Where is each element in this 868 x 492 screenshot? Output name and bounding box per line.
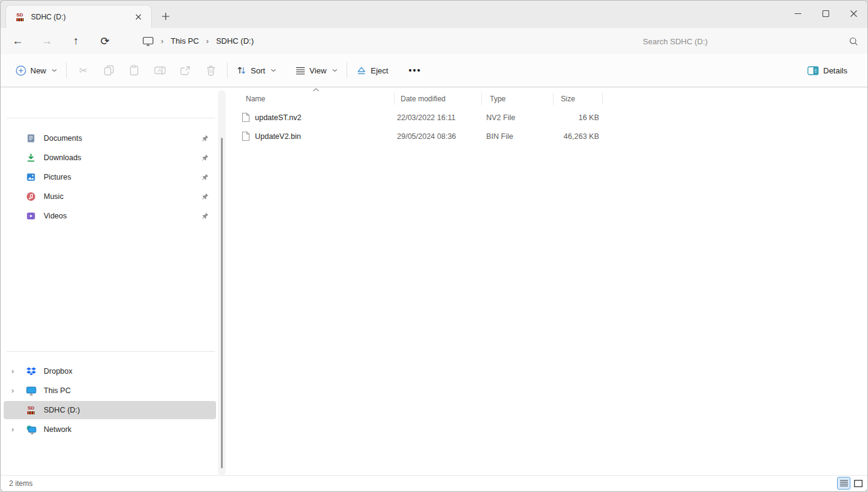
back-button[interactable]: ←	[7, 31, 29, 52]
plus-circle-icon	[16, 66, 26, 76]
details-pane-label: Details	[823, 66, 847, 75]
expand-chevron-icon[interactable]: ›	[4, 425, 22, 434]
chevron-down-icon	[332, 69, 337, 72]
search-icon[interactable]	[849, 37, 858, 46]
column-header-type[interactable]: Type	[486, 90, 550, 107]
copy-button[interactable]	[96, 59, 121, 81]
column-divider[interactable]	[394, 93, 395, 105]
trash-icon	[206, 66, 215, 76]
sidebar-item-label: This PC	[44, 386, 216, 395]
sort-arrows-icon	[237, 66, 246, 75]
sidebar-item-sdhc[interactable]: SD SDHC (D:)	[4, 401, 216, 419]
sidebar-item-label: Pictures	[44, 173, 202, 181]
new-button[interactable]: New	[10, 59, 63, 81]
expand-chevron-icon[interactable]: ›	[4, 367, 22, 376]
navigation-pane: Documents Downloads Pictures Music Video…	[1, 88, 226, 475]
minimize-button[interactable]	[784, 1, 812, 26]
file-row[interactable]: updateST.nv2 22/03/2022 16:11 NV2 File 1…	[236, 108, 858, 127]
new-tab-button[interactable]	[158, 9, 173, 24]
sidebar-item-downloads[interactable]: Downloads	[4, 149, 216, 167]
search-box[interactable]	[643, 32, 858, 51]
column-divider[interactable]	[481, 93, 482, 105]
tab-sdhc[interactable]: SD SDHC (D:)	[5, 5, 152, 28]
navigation-bar: ← → ↑ ⟳ › This PC › SDHC (D:)	[1, 28, 867, 54]
pin-icon	[202, 212, 209, 220]
chevron-down-icon	[52, 69, 57, 72]
sort-button[interactable]: Sort	[231, 59, 282, 81]
breadcrumb-current[interactable]: SDHC (D:)	[211, 34, 259, 48]
pin-icon	[202, 154, 209, 161]
file-date-modified: 22/03/2022 16:11	[397, 113, 455, 122]
close-button[interactable]	[839, 1, 867, 26]
cut-button[interactable]: ✂	[70, 59, 96, 81]
explorer-window: SD SDHC (D:) ← → ↑ ⟳ › This PC › SDHC (D	[0, 0, 868, 492]
copy-icon	[104, 65, 114, 76]
toolbar-divider	[66, 62, 67, 78]
sidebar-item-label: Downloads	[44, 153, 202, 162]
sidebar-item-documents[interactable]: Documents	[4, 129, 216, 147]
view-lines-icon	[296, 67, 305, 75]
sidebar-item-pictures[interactable]: Pictures	[4, 168, 216, 186]
rename-button[interactable]: A	[147, 59, 172, 81]
search-input[interactable]	[643, 37, 849, 46]
refresh-button[interactable]: ⟳	[94, 31, 116, 52]
delete-button[interactable]	[198, 59, 223, 81]
sidebar-item-network[interactable]: › Network	[4, 420, 216, 439]
sidebar-item-label: SDHC (D:)	[44, 406, 216, 414]
sort-button-label: Sort	[251, 66, 265, 75]
chevron-down-icon	[271, 69, 276, 72]
eject-button-label: Eject	[371, 66, 388, 75]
tab-close-icon[interactable]	[132, 10, 145, 24]
forward-button[interactable]: →	[36, 31, 58, 52]
network-icon	[22, 425, 40, 434]
downloads-icon	[22, 153, 40, 163]
column-header-size[interactable]: Size	[557, 90, 600, 107]
sidebar-scrollbar[interactable]	[218, 90, 226, 475]
command-bar: New ✂ A Sort View Eject ••• Details	[1, 54, 867, 87]
column-header-date-modified[interactable]: Date modified	[397, 90, 478, 107]
breadcrumb-this-pc[interactable]: This PC	[166, 34, 203, 48]
column-divider[interactable]	[602, 93, 603, 105]
sidebar-item-label: Music	[44, 192, 202, 201]
details-pane-icon	[807, 66, 819, 75]
rename-icon: A	[154, 66, 166, 75]
eject-icon	[356, 66, 367, 75]
sidebar-item-music[interactable]: Music	[4, 187, 216, 206]
item-count: 2 items	[9, 479, 33, 488]
see-more-button[interactable]: •••	[402, 59, 428, 81]
file-size: 46,263 KB	[521, 132, 599, 141]
music-icon	[22, 192, 40, 201]
sidebar-item-videos[interactable]: Videos	[4, 207, 216, 225]
breadcrumb-chevron-icon[interactable]: ›	[158, 36, 166, 45]
file-row[interactable]: UpdateV2.bin 29/05/2024 08:36 BIN File 4…	[236, 127, 858, 146]
sidebar-divider	[7, 118, 215, 118]
column-divider[interactable]	[553, 93, 554, 105]
view-button[interactable]: View	[290, 59, 343, 81]
details-pane-button[interactable]: Details	[802, 59, 853, 81]
tab-bar: SD SDHC (D:)	[1, 1, 867, 28]
videos-icon	[22, 211, 40, 221]
sidebar-scrollbar-thumb[interactable]	[221, 138, 223, 468]
paste-button[interactable]	[121, 59, 147, 81]
share-button[interactable]	[172, 59, 198, 81]
expand-chevron-icon[interactable]: ›	[4, 386, 22, 395]
breadcrumb-chevron-icon[interactable]: ›	[204, 36, 211, 45]
this-pc-icon[interactable]	[138, 34, 158, 49]
sidebar-item-dropbox[interactable]: › Dropbox	[4, 362, 216, 380]
thumbnails-view-button[interactable]	[852, 477, 865, 490]
view-button-label: View	[310, 66, 327, 75]
share-icon	[180, 66, 191, 76]
maximize-button[interactable]	[812, 1, 839, 26]
toolbar-divider	[227, 62, 228, 78]
sd-card-icon: SD	[15, 12, 25, 22]
file-size: 16 KB	[521, 113, 599, 122]
breadcrumb: › This PC › SDHC (D:)	[138, 34, 259, 49]
up-button[interactable]: ↑	[65, 31, 87, 52]
sidebar-item-this-pc[interactable]: › This PC	[4, 382, 216, 400]
column-header-name[interactable]: Name	[242, 90, 394, 107]
eject-button[interactable]: Eject	[351, 59, 394, 81]
pictures-icon	[22, 172, 40, 182]
details-view-button[interactable]	[837, 477, 850, 490]
paste-icon	[129, 65, 139, 76]
file-name: UpdateV2.bin	[255, 132, 301, 141]
